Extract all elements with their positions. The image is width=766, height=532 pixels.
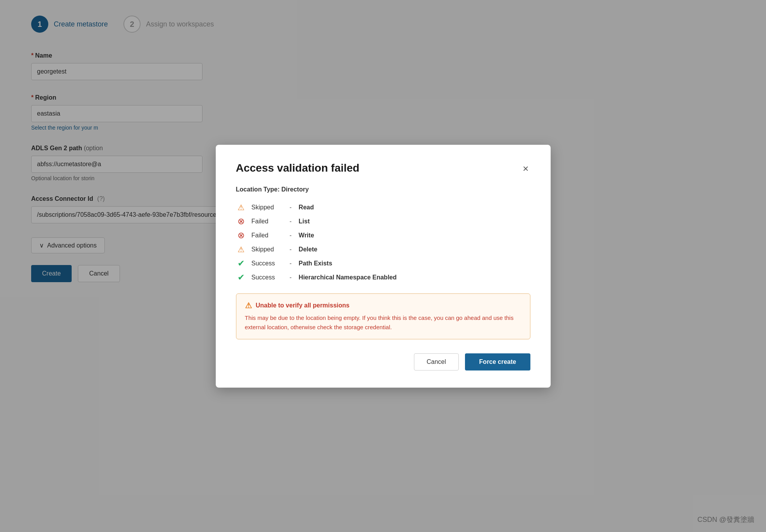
validation-action: List [299,218,310,225]
validation-item: ✔ Success - Path Exists [236,258,530,269]
validation-item: ✔ Success - Hierarchical Namespace Enabl… [236,272,530,283]
warning-triangle-icon: ⚠ [245,301,252,310]
validation-action: Read [299,204,314,211]
validation-status: Skipped [252,246,283,253]
validation-item: ⊗ Failed - Write [236,230,530,241]
location-type-row: Location Type: Directory [236,186,530,193]
validation-item: ⚠ Skipped - Read [236,202,530,212]
dash: - [290,218,292,225]
warning-icon: ⚠ [236,244,246,255]
modal-footer: Cancel Force create [236,353,530,370]
validation-modal: Access validation failed × Location Type… [216,145,551,388]
warning-icon: ⚠ [236,202,246,212]
validation-action: Write [299,232,314,239]
validation-action: Hierarchical Namespace Enabled [299,274,397,281]
dash: - [290,246,292,253]
modal-title: Access validation failed [236,162,359,174]
modal-header: Access validation failed × [236,162,530,175]
failed-icon: ⊗ [236,216,246,226]
validation-status: Skipped [252,204,283,211]
validation-item: ⚠ Skipped - Delete [236,244,530,255]
location-type-label: Location Type: [236,186,280,193]
warning-box: ⚠ Unable to verify all permissions This … [236,293,530,339]
validation-status: Success [252,260,283,267]
dash: - [290,260,292,267]
modal-cancel-button[interactable]: Cancel [414,353,459,370]
dash: - [290,232,292,239]
force-create-button[interactable]: Force create [465,353,530,370]
location-type-value: Directory [282,186,309,193]
validation-action: Delete [299,246,317,253]
warning-box-title: ⚠ Unable to verify all permissions [245,301,521,310]
validation-item: ⊗ Failed - List [236,216,530,226]
warning-box-text: This may be due to the location being em… [245,313,521,332]
validation-status: Failed [252,218,283,225]
modal-close-button[interactable]: × [521,162,530,175]
success-icon: ✔ [236,258,246,269]
dash: - [290,204,292,211]
dash: - [290,274,292,281]
failed-icon: ⊗ [236,230,246,241]
success-icon: ✔ [236,272,246,283]
validation-action: Path Exists [299,260,332,267]
validation-list: ⚠ Skipped - Read ⊗ Failed - List ⊗ Faile… [236,202,530,283]
validation-status: Success [252,274,283,281]
validation-status: Failed [252,232,283,239]
